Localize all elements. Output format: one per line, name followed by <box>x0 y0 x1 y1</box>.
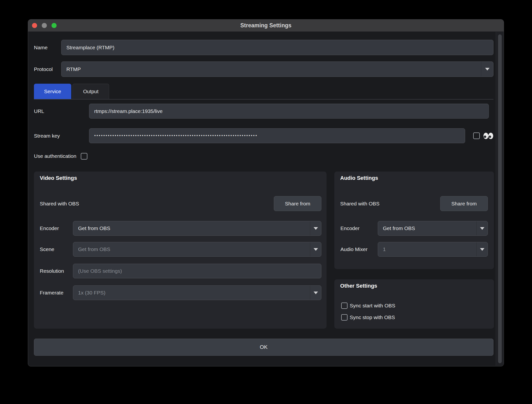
ok-button[interactable]: OK <box>34 339 493 356</box>
video-framerate-dropdown[interactable]: 1x (30 FPS) <box>73 285 321 300</box>
audio-encoder-dropdown-arrow[interactable] <box>476 221 488 235</box>
zoom-button[interactable] <box>51 23 57 28</box>
video-resolution-input[interactable] <box>73 264 321 278</box>
eyes-icon <box>483 132 493 140</box>
video-encoder-dropdown[interactable]: Get from OBS <box>73 221 321 236</box>
video-framerate-value: 1x (30 FPS) <box>78 290 105 296</box>
show-stream-key-checkbox[interactable] <box>473 132 480 139</box>
titlebar[interactable]: Streaming Settings <box>28 20 504 32</box>
use-authentication-label: Use authentication <box>34 153 76 159</box>
video-framerate-label: Framerate <box>40 290 63 296</box>
chevron-down-icon <box>480 227 484 230</box>
traffic-lights <box>32 20 57 31</box>
stream-key-label: Stream key <box>34 133 89 139</box>
video-framerate-row: Framerate 1x (30 FPS) <box>34 285 327 300</box>
tab-output[interactable]: Output <box>72 84 109 99</box>
other-settings-group: Other Settings Sync start with OBS Sync … <box>334 279 494 329</box>
close-button[interactable] <box>32 23 37 28</box>
video-scene-row: Scene Get from OBS <box>34 242 327 257</box>
protocol-row: Protocol RTMP <box>34 61 493 77</box>
minimize-button[interactable] <box>42 23 47 28</box>
video-resolution-label: Resolution <box>40 268 64 274</box>
streaming-settings-window: Streaming Settings Name Protocol RTMP Se… <box>28 19 504 366</box>
audio-share-from-button[interactable]: Share from <box>440 196 488 211</box>
audio-settings-title: Audio Settings <box>340 175 378 181</box>
audio-shared-label: Shared with OBS <box>340 201 379 207</box>
video-encoder-dropdown-arrow[interactable] <box>310 221 321 235</box>
chevron-down-icon <box>485 68 490 71</box>
video-settings-group: Video Settings Shared with OBS Share fro… <box>34 172 327 329</box>
video-shared-row: Shared with OBS Share from <box>40 196 321 211</box>
sync-start-checkbox[interactable] <box>341 303 348 309</box>
url-input[interactable] <box>89 104 489 119</box>
sync-stop-row: Sync stop with OBS <box>341 314 395 321</box>
chevron-down-icon <box>314 292 318 294</box>
sync-stop-label: Sync stop with OBS <box>350 314 395 320</box>
use-authentication-row: Use authentication <box>34 152 493 160</box>
audio-settings-group: Audio Settings Shared with OBS Share fro… <box>334 172 494 269</box>
scrollbar[interactable] <box>496 32 504 366</box>
audio-encoder-row: Encoder Get from OBS <box>334 221 494 236</box>
chevron-down-icon <box>314 248 318 251</box>
audio-encoder-label: Encoder <box>340 225 359 231</box>
video-scene-label: Scene <box>40 246 54 252</box>
stream-key-input[interactable] <box>89 128 465 143</box>
sync-stop-checkbox[interactable] <box>341 314 348 321</box>
audio-mixer-label: Audio Mixer <box>340 246 368 252</box>
protocol-label: Protocol <box>34 66 61 72</box>
tabbar: Service Output <box>34 84 493 100</box>
video-scene-value: Get from OBS <box>78 246 110 252</box>
audio-shared-row: Shared with OBS Share from <box>340 196 488 211</box>
name-label: Name <box>34 45 61 50</box>
video-encoder-value: Get from OBS <box>78 225 110 231</box>
chevron-down-icon <box>480 248 484 251</box>
audio-mixer-dropdown[interactable]: 1 <box>378 242 488 257</box>
protocol-dropdown-arrow[interactable] <box>481 62 493 77</box>
video-resolution-row: Resolution <box>34 264 327 278</box>
audio-encoder-dropdown[interactable]: Get from OBS <box>378 221 488 236</box>
video-scene-dropdown[interactable]: Get from OBS <box>73 242 321 257</box>
audio-mixer-value: 1 <box>383 246 386 252</box>
sync-start-label: Sync start with OBS <box>350 303 395 309</box>
name-row: Name <box>34 40 493 55</box>
video-framerate-dropdown-arrow[interactable] <box>310 286 321 300</box>
video-settings-title: Video Settings <box>40 175 77 181</box>
window-title: Streaming Settings <box>240 22 292 29</box>
audio-mixer-dropdown-arrow[interactable] <box>476 242 488 256</box>
chevron-down-icon <box>314 227 318 230</box>
url-label: URL <box>34 108 89 114</box>
video-share-from-button[interactable]: Share from <box>274 196 321 211</box>
other-settings-title: Other Settings <box>340 283 377 289</box>
video-encoder-label: Encoder <box>40 225 59 231</box>
tab-service[interactable]: Service <box>34 84 71 99</box>
video-scene-dropdown-arrow[interactable] <box>310 242 321 256</box>
scrollbar-thumb[interactable] <box>498 34 502 363</box>
video-encoder-row: Encoder Get from OBS <box>34 221 327 236</box>
audio-encoder-value: Get from OBS <box>383 225 415 231</box>
protocol-value: RTMP <box>66 66 81 72</box>
sync-start-row: Sync start with OBS <box>341 303 395 309</box>
stream-key-row: Stream key <box>34 128 493 143</box>
url-row: URL <box>34 104 493 119</box>
name-input[interactable] <box>61 40 493 55</box>
video-shared-label: Shared with OBS <box>40 201 79 207</box>
audio-mixer-row: Audio Mixer 1 <box>334 242 494 257</box>
use-authentication-checkbox[interactable] <box>81 153 87 160</box>
protocol-dropdown[interactable]: RTMP <box>61 61 493 77</box>
